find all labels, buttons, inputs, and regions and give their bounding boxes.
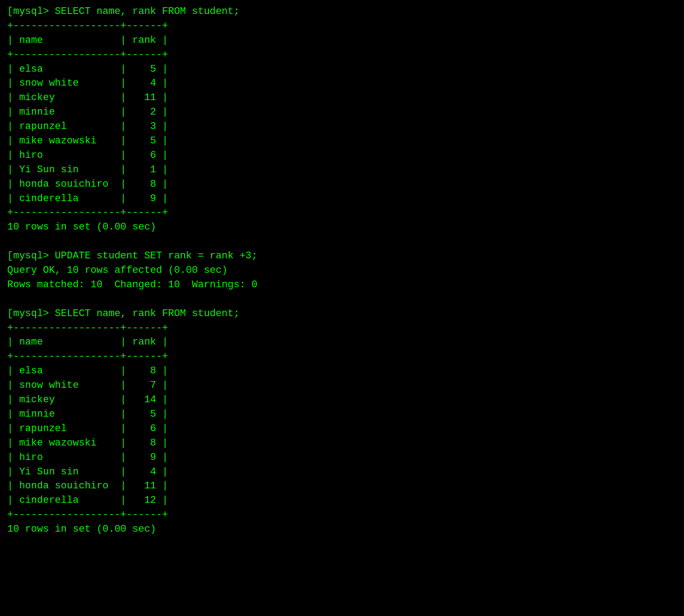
terminal-output: [mysql> SELECT name, rank FROM student; … <box>7 5 677 537</box>
